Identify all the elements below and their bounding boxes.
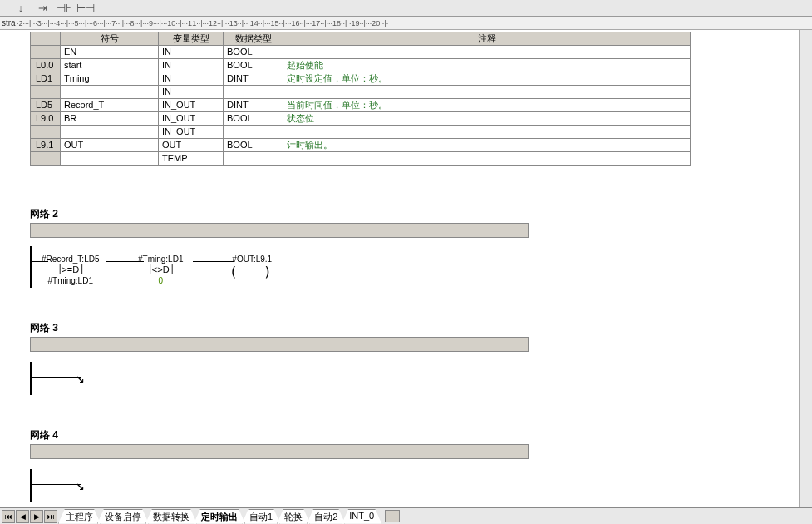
cell-datatype[interactable]: BOOL	[224, 46, 283, 59]
table-row[interactable]: L9.0BRIN_OUTBOOL状态位	[31, 112, 691, 126]
output-coil[interactable]: #OUT:L9.1 ( )	[229, 255, 275, 279]
tab-定时输出[interactable]: 定时输出	[194, 509, 245, 524]
network-3: 网络 3 ↘	[30, 321, 812, 395]
cell-vartype[interactable]: TEMP	[159, 152, 224, 166]
tab-prev-button[interactable]: ◀	[16, 510, 29, 523]
compare-instruction-1[interactable]: #Record_T:LD5 ─┤>=D├─ #Tming:LD1	[42, 255, 99, 285]
table-row[interactable]: L0.0startINBOOL起始使能	[31, 59, 691, 72]
wire	[32, 484, 81, 485]
cell-comment[interactable]: 状态位	[283, 112, 691, 126]
cell-addr[interactable]	[31, 152, 61, 166]
tab-自动2[interactable]: 自动2	[307, 509, 345, 524]
cell-addr[interactable]	[31, 126, 61, 139]
col-header-comment: 注释	[283, 32, 691, 46]
cell-addr[interactable]	[31, 46, 61, 59]
branch-close-icon[interactable]: ⊢⊣	[80, 2, 91, 14]
cell-comment[interactable]: 定时设定值，单位：秒。	[283, 72, 691, 86]
cell-vartype[interactable]: OUT	[159, 139, 224, 152]
cell-datatype[interactable]: BOOL	[224, 112, 283, 126]
compare-instruction-2[interactable]: #Tming:LD1 ─┤<>D├─ 0	[138, 255, 183, 285]
branch-end-icon: ↘	[76, 368, 85, 386]
table-row[interactable]: IN_OUT	[31, 126, 691, 139]
cell-symbol[interactable]: OUT	[61, 139, 159, 152]
cell-symbol[interactable]: BR	[61, 112, 159, 126]
contact-right-icon: ├─	[79, 264, 88, 274]
ladder-area: 网络 2 #Record_T:LD5 ─┤>=D├─ #Tming:LD1 #T…	[30, 207, 812, 502]
coil-icon: ( )	[229, 264, 275, 279]
cell-vartype[interactable]: IN	[159, 86, 224, 99]
cell-comment[interactable]	[283, 152, 691, 166]
cell-comment[interactable]: 计时输出。	[283, 139, 691, 152]
arrow-down-icon[interactable]: ↓	[15, 2, 27, 14]
table-row[interactable]: LD5Record_TIN_OUTDINT当前时间值，单位：秒。	[31, 99, 691, 112]
operand-top: #Record_T:LD5	[42, 255, 99, 264]
table-row[interactable]: TEMP	[31, 152, 691, 166]
cell-comment[interactable]	[283, 86, 691, 99]
ladder-rung[interactable]: ↘	[30, 362, 529, 395]
cell-comment[interactable]	[283, 126, 691, 139]
cell-datatype[interactable]	[224, 126, 283, 139]
cell-datatype[interactable]: DINT	[224, 72, 283, 86]
tab-设备启停[interactable]: 设备启停	[97, 509, 149, 524]
table-row[interactable]: ENINBOOL	[31, 46, 691, 59]
arrow-across-icon[interactable]: ⇥	[37, 2, 48, 14]
cell-vartype[interactable]: IN_OUT	[159, 126, 224, 139]
branch-open-icon[interactable]: ⊣⊦	[58, 2, 70, 14]
cell-datatype[interactable]	[224, 86, 283, 99]
tab-自动1[interactable]: 自动1	[242, 509, 280, 524]
tab-first-button[interactable]: ⏮	[2, 510, 15, 523]
table-row[interactable]: LD1TmingINDINT定时设定值，单位：秒。	[31, 72, 691, 86]
cell-symbol[interactable]: start	[61, 59, 159, 72]
cell-symbol[interactable]: Record_T	[61, 99, 159, 112]
bottom-tab-bar: ⏮ ◀ ▶ ⏭ 主程序设备启停数据转换定时输出自动1轮换自动2INT_0	[0, 507, 812, 524]
col-header-vartype: 变量类型	[159, 32, 224, 46]
tab-轮换[interactable]: 轮换	[277, 509, 310, 524]
cell-vartype[interactable]: IN	[159, 46, 224, 59]
table-row[interactable]: IN	[31, 86, 691, 99]
contact-left-icon: ─┤	[52, 264, 62, 274]
cell-addr[interactable]: L0.0	[31, 59, 61, 72]
cell-addr[interactable]	[31, 86, 61, 99]
table-row[interactable]: L9.1OUTOUTBOOL计时输出。	[31, 139, 691, 152]
cell-comment[interactable]: 当前时间值，单位：秒。	[283, 99, 691, 112]
operand-top: #Tming:LD1	[138, 255, 183, 264]
tab-end-cap	[385, 510, 400, 522]
cell-symbol[interactable]: Tming	[61, 72, 159, 86]
ruler-label: stra	[0, 18, 17, 27]
tab-主程序[interactable]: 主程序	[58, 509, 101, 524]
tab-next-button[interactable]: ▶	[30, 510, 43, 523]
cell-datatype[interactable]	[224, 152, 283, 166]
cell-comment[interactable]	[283, 46, 691, 59]
col-header-symbol: 符号	[61, 32, 159, 46]
tab-last-button[interactable]: ⏭	[44, 510, 57, 523]
cell-symbol[interactable]	[61, 152, 159, 166]
cell-vartype[interactable]: IN	[159, 59, 224, 72]
cell-datatype[interactable]: BOOL	[224, 139, 283, 152]
cell-addr[interactable]: LD1	[31, 72, 61, 86]
network-comment-bar[interactable]	[30, 223, 529, 238]
tab-INT_0[interactable]: INT_0	[342, 509, 381, 524]
cell-symbol[interactable]	[61, 126, 159, 139]
variable-table[interactable]: 符号 变量类型 数据类型 注释 ENINBOOLL0.0startINBOOL起…	[30, 32, 691, 166]
vertical-scrollbar[interactable]	[799, 30, 812, 507]
content-area: 符号 变量类型 数据类型 注释 ENINBOOLL0.0startINBOOL起…	[0, 30, 812, 507]
cell-datatype[interactable]: BOOL	[224, 59, 283, 72]
ladder-rung[interactable]: #Record_T:LD5 ─┤>=D├─ #Tming:LD1 #Tming:…	[30, 246, 529, 288]
cell-comment[interactable]: 起始使能	[283, 59, 691, 72]
cell-vartype[interactable]: IN_OUT	[159, 99, 224, 112]
cell-symbol[interactable]	[61, 86, 159, 99]
cell-vartype[interactable]: IN_OUT	[159, 112, 224, 126]
cell-addr[interactable]: L9.0	[31, 112, 61, 126]
tab-数据转换[interactable]: 数据转换	[145, 509, 197, 524]
cell-addr[interactable]: LD5	[31, 99, 61, 112]
network-comment-bar[interactable]	[30, 337, 529, 352]
ladder-rung[interactable]: ↘	[30, 469, 529, 502]
cell-addr[interactable]: L9.1	[31, 139, 61, 152]
cell-vartype[interactable]: IN	[159, 72, 224, 86]
cell-symbol[interactable]: EN	[61, 46, 159, 59]
network-comment-bar[interactable]	[30, 444, 529, 459]
network-4: 网络 4 ↘	[30, 428, 812, 502]
cell-datatype[interactable]: DINT	[224, 99, 283, 112]
left-rail	[30, 469, 32, 502]
network-2: 网络 2 #Record_T:LD5 ─┤>=D├─ #Tming:LD1 #T…	[30, 207, 812, 288]
